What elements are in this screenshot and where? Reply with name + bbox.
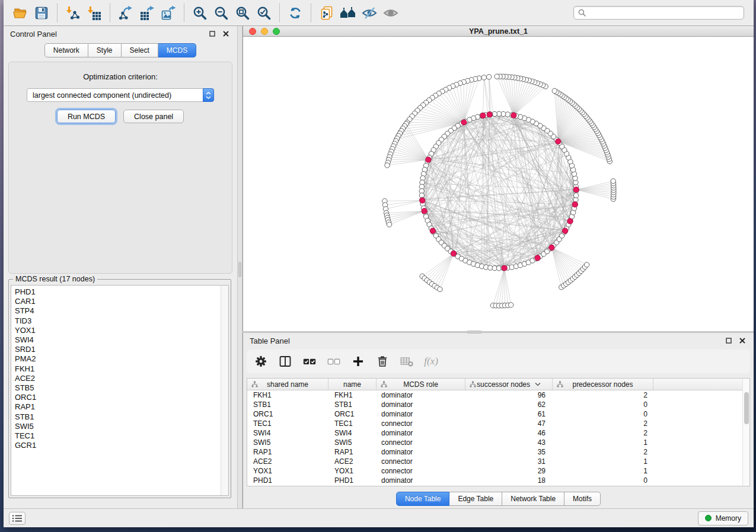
- network-node[interactable]: [509, 303, 513, 307]
- tab-network-table[interactable]: Network Table: [502, 492, 564, 506]
- mcds-node[interactable]: [535, 255, 540, 261]
- mcds-node[interactable]: [563, 228, 568, 233]
- splitter-handle[interactable]: [238, 262, 241, 277]
- export-image-button[interactable]: [158, 3, 179, 23]
- table-row[interactable]: FKH1FKH1dominator962: [247, 390, 749, 400]
- network-node[interactable]: [481, 75, 486, 80]
- network-node[interactable]: [385, 163, 390, 168]
- mcds-result-item[interactable]: TID3: [15, 316, 221, 326]
- tab-edge-table[interactable]: Edge Table: [449, 492, 502, 506]
- mcds-result-item[interactable]: ORC1: [15, 393, 221, 402]
- zoom-selected-button[interactable]: [253, 3, 275, 23]
- table-row[interactable]: ACE2ACE2connector311: [247, 457, 749, 466]
- table-row[interactable]: STB1STB1dominator620: [247, 400, 749, 409]
- network-node[interactable]: [573, 193, 578, 198]
- search-input[interactable]: [589, 9, 739, 17]
- run-mcds-button[interactable]: Run MCDS: [57, 110, 116, 123]
- mcds-result-item[interactable]: YOX1: [15, 326, 221, 335]
- export-network-button[interactable]: [115, 3, 136, 23]
- import-table-button[interactable]: [84, 3, 105, 23]
- first-neighbors-button[interactable]: [337, 3, 359, 23]
- apply-layout-button[interactable]: [285, 3, 306, 23]
- close-panel-icon[interactable]: [221, 29, 231, 39]
- table-row[interactable]: SWI5SWI5connector431: [247, 438, 749, 447]
- tab-select[interactable]: Select: [122, 43, 158, 57]
- mcds-node[interactable]: [567, 219, 573, 224]
- deselect-all-rows-icon[interactable]: [327, 354, 341, 368]
- mcds-node[interactable]: [480, 113, 486, 118]
- mcds-list-scrollbar[interactable]: [221, 286, 228, 495]
- tab-mcds[interactable]: MCDS: [158, 43, 196, 57]
- mcds-result-item[interactable]: TEC1: [15, 431, 221, 441]
- mcds-result-item[interactable]: FKH1: [15, 364, 221, 374]
- mcds-node[interactable]: [556, 139, 561, 144]
- column-header-predecessor-nodes[interactable]: predecessor nodes: [553, 379, 653, 390]
- column-header-successor-nodes[interactable]: successor nodes: [465, 379, 553, 390]
- mcds-node[interactable]: [511, 113, 516, 118]
- table-row[interactable]: YOX1YOX1connector291: [247, 466, 749, 476]
- mcds-result-item[interactable]: CAR1: [15, 297, 221, 306]
- delete-table-icon[interactable]: [400, 354, 414, 368]
- import-network-button[interactable]: [62, 3, 84, 23]
- table-scrollbar[interactable]: [742, 379, 749, 486]
- mcds-result-item[interactable]: RAP1: [15, 402, 221, 412]
- mcds-node[interactable]: [549, 245, 554, 250]
- float-panel-icon[interactable]: [208, 29, 217, 39]
- mcds-result-item[interactable]: ACE2: [15, 374, 221, 383]
- panel-menu-button[interactable]: [9, 512, 25, 525]
- mcds-result-item[interactable]: SRD1: [15, 345, 221, 354]
- table-row[interactable]: ORC1ORC1dominator610: [247, 409, 749, 419]
- mcds-result-item[interactable]: GCR1: [15, 441, 221, 450]
- column-layout-icon[interactable]: [278, 354, 292, 368]
- network-node[interactable]: [584, 262, 589, 267]
- tab-style[interactable]: Style: [88, 43, 122, 57]
- mcds-node[interactable]: [420, 198, 425, 203]
- mcds-node[interactable]: [426, 157, 431, 162]
- close-panel-button[interactable]: Close panel: [123, 110, 184, 123]
- column-header-name[interactable]: name: [328, 379, 377, 390]
- mcds-result-item[interactable]: PMA2: [15, 354, 221, 364]
- network-node[interactable]: [387, 222, 391, 227]
- tab-network[interactable]: Network: [44, 43, 88, 57]
- save-session-button[interactable]: [31, 3, 52, 23]
- optimization-criterion-select[interactable]: largest connected component (undirected): [27, 88, 214, 102]
- mcds-node[interactable]: [573, 187, 579, 193]
- mcds-result-item[interactable]: SWI5: [15, 422, 221, 431]
- delete-column-icon[interactable]: [375, 354, 390, 368]
- table-row[interactable]: SWI4SWI4dominator462: [247, 428, 749, 438]
- mcds-node[interactable]: [422, 209, 427, 214]
- open-session-button[interactable]: [9, 3, 31, 23]
- export-table-button[interactable]: [136, 3, 158, 23]
- mcds-result-item[interactable]: SWI4: [15, 335, 221, 345]
- select-all-rows-icon[interactable]: [302, 354, 317, 368]
- hide-selected-button[interactable]: [359, 3, 380, 23]
- mcds-result-item[interactable]: STP4: [15, 306, 221, 316]
- close-panel-icon[interactable]: [738, 336, 747, 345]
- add-column-icon[interactable]: [351, 354, 365, 368]
- splitter-handle[interactable]: [467, 331, 482, 334]
- tab-motifs[interactable]: Motifs: [564, 492, 601, 506]
- network-node[interactable]: [552, 88, 557, 93]
- mcds-node[interactable]: [502, 265, 507, 271]
- network-canvas[interactable]: [243, 37, 754, 331]
- table-row[interactable]: PHD1PHD1dominator180: [247, 476, 749, 485]
- float-panel-icon[interactable]: [724, 336, 733, 345]
- network-node[interactable]: [438, 287, 442, 291]
- column-header-shared-name[interactable]: shared name: [247, 379, 328, 390]
- memory-button[interactable]: Memory: [698, 511, 748, 525]
- new-network-from-selection-button[interactable]: [316, 3, 337, 23]
- mcds-node[interactable]: [451, 251, 456, 256]
- tab-node-table[interactable]: Node Table: [396, 492, 450, 506]
- zoom-out-button[interactable]: [210, 3, 232, 23]
- network-node[interactable]: [486, 75, 491, 79]
- function-builder-icon[interactable]: f(x): [424, 354, 438, 368]
- panel-splitter-vertical[interactable]: [237, 26, 243, 508]
- table-scrollbar-thumb[interactable]: [744, 392, 749, 424]
- mcds-result-item[interactable]: PHD1: [15, 287, 221, 297]
- mcds-result-item[interactable]: STB5: [15, 383, 221, 393]
- mcds-node[interactable]: [572, 202, 578, 207]
- settings-gear-icon[interactable]: [254, 354, 268, 368]
- show-all-button[interactable]: [380, 3, 401, 23]
- table-row[interactable]: TEC1TEC1connector472: [247, 419, 749, 428]
- network-node[interactable]: [495, 74, 499, 79]
